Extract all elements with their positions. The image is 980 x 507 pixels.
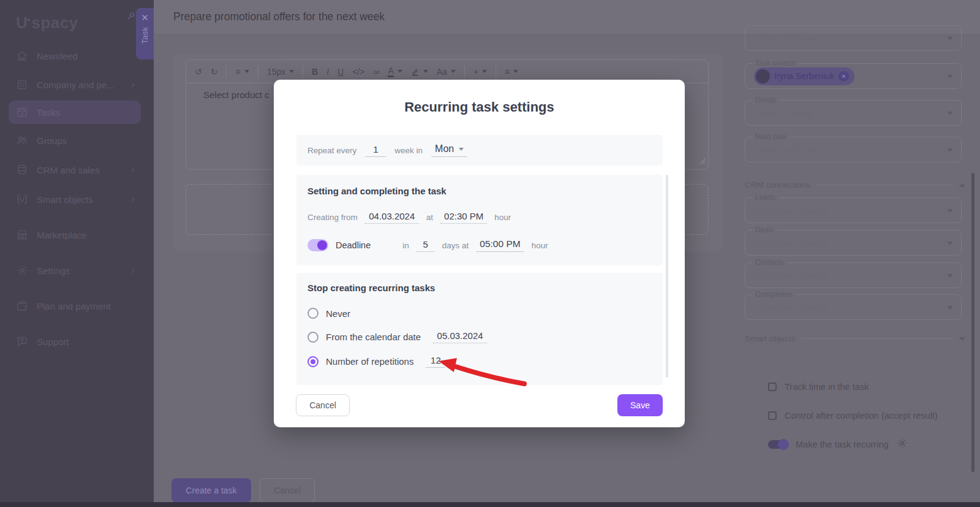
sidebar-item-plan-payment[interactable]: Plan and payment [9, 294, 141, 318]
sidebar-item-company[interactable]: Company and pe... › [9, 73, 141, 96]
smart-objects-header[interactable]: Smart objects [745, 334, 965, 343]
create-task-button[interactable]: Create a task [172, 478, 251, 503]
sidebar-item-settings[interactable]: Settings › [9, 259, 141, 282]
close-icon[interactable]: ✕ [141, 13, 149, 22]
section-title: CRM connections [745, 180, 810, 189]
repetitions-count-input[interactable]: 12 [426, 355, 445, 368]
deals-select[interactable]: Deals Select an element [745, 230, 962, 256]
redo-icon[interactable]: ↻ [211, 67, 218, 77]
chip-remove-icon[interactable]: ✕ [839, 71, 849, 82]
deadline-time-input[interactable]: 05:00 PM [476, 238, 524, 252]
sidebar-item-label: Marketplace [37, 230, 135, 240]
observers-select[interactable]: Select observers [745, 25, 962, 51]
code-icon[interactable]: </> [352, 67, 364, 77]
main-task-select[interactable]: Main task Select main task [745, 137, 962, 162]
sidebar-item-label: Settings [37, 265, 123, 276]
underline-icon[interactable]: U [337, 67, 344, 77]
align-left-icon[interactable]: ≡ [235, 67, 249, 77]
start-time-input[interactable]: 02:30 PM [440, 211, 487, 224]
sidebar-item-tasks[interactable]: Tasks [9, 101, 141, 124]
insert-plus-icon[interactable]: + [473, 67, 487, 77]
sidebar-item-crm[interactable]: CRM and sales › [9, 158, 141, 181]
stop-option-repetitions[interactable]: Number of repetitions 12 [307, 355, 652, 368]
companies-select[interactable]: Companies Select an element [745, 294, 962, 320]
link-icon[interactable]: ∞ [373, 67, 379, 77]
chip-name: Iryna Serbeniuk [774, 71, 834, 81]
leads-select[interactable]: Leads Select an element [745, 197, 962, 223]
stop-date-input[interactable]: 05.03.2024 [433, 330, 487, 343]
chevron-down-icon [947, 148, 953, 152]
group-placeholder: Select a group [754, 108, 813, 118]
start-date-input[interactable]: 04.03.2024 [365, 211, 419, 224]
tasks-icon [16, 106, 28, 118]
checkbox-unchecked-icon[interactable] [768, 383, 777, 391]
crm-connections-header[interactable]: CRM connections [745, 180, 965, 189]
company-icon [16, 78, 28, 91]
resize-handle-icon[interactable] [699, 156, 706, 167]
highlight-color-icon[interactable] [411, 67, 428, 76]
make-task-recurring-option[interactable]: Make the task recurring [768, 438, 908, 451]
groups-icon [16, 134, 28, 147]
modal-cancel-button[interactable]: Cancel [296, 394, 350, 416]
toolbar-divider [303, 66, 303, 78]
weekday-select[interactable]: Mon [431, 143, 467, 157]
modal-scrollbar[interactable] [666, 175, 668, 378]
deadline-toggle-on[interactable] [307, 239, 328, 251]
sidebar-item-support[interactable]: Support [9, 330, 141, 353]
home-icon [16, 50, 28, 62]
undo-icon[interactable]: ↺ [195, 67, 202, 77]
hour-label: hour [494, 213, 511, 222]
chevron-down-icon [947, 306, 953, 310]
field-label: Contacts [752, 258, 787, 267]
bottom-edge-strip [0, 502, 980, 507]
sidebar-item-label: Plan and payment [37, 301, 135, 311]
checkbox-unchecked-icon[interactable] [768, 411, 777, 420]
contacts-select[interactable]: Contacts Select an element [745, 262, 962, 288]
at-label: at [426, 213, 433, 222]
deadline-label: Deadline [336, 240, 371, 250]
task-creator-select[interactable]: Task creator Iryna Serbeniuk ✕ [745, 63, 962, 89]
panel-scrollbar[interactable] [971, 173, 974, 472]
group-select[interactable]: Group Select a group [745, 100, 962, 126]
modal-save-button[interactable]: Save [617, 394, 663, 416]
pin-sidebar-icon[interactable] [126, 11, 136, 24]
radio-unselected-icon[interactable] [307, 308, 318, 319]
toolbar-divider [496, 66, 496, 78]
avatar [756, 69, 770, 83]
hour-label: hour [532, 241, 548, 250]
radio-selected-icon[interactable] [307, 356, 318, 367]
font-color-icon[interactable]: A [388, 66, 402, 77]
modal-title: Recurring task settings [274, 99, 685, 115]
left-sidebar: U●spacy Newsfeed Company and pe... › Tas… [0, 0, 154, 502]
recurring-settings-gear-icon[interactable] [897, 438, 908, 451]
sidebar-item-label: Newsfeed [37, 51, 135, 61]
chevron-up-icon [959, 183, 965, 187]
repeat-interval-input[interactable]: 1 [365, 144, 386, 157]
gear-icon [16, 264, 28, 276]
italic-icon[interactable]: I [326, 67, 329, 77]
deadline-days-input[interactable]: 5 [417, 239, 435, 252]
stop-option-never[interactable]: Never [307, 308, 652, 319]
stop-option-calendar-date[interactable]: From the calendar date 05.03.2024 [307, 330, 652, 343]
uspacy-logo[interactable]: U●spacy [16, 13, 78, 32]
bold-icon[interactable]: B [312, 67, 318, 77]
repeat-rule-row: Repeat every 1 week in Mon [296, 135, 663, 166]
font-size-select[interactable]: 15px [267, 67, 294, 77]
form-cancel-button[interactable]: Cancel [260, 478, 315, 503]
days-at-label: days at [442, 241, 469, 250]
font-size-value: 15px [267, 67, 285, 77]
recurring-toggle-on[interactable] [768, 440, 788, 449]
task-creator-chip[interactable]: Iryna Serbeniuk ✕ [754, 67, 854, 85]
sidebar-item-smart-objects[interactable]: Smart objects › [9, 188, 141, 211]
sidebar-item-newsfeed[interactable]: Newsfeed [9, 44, 141, 67]
radio-unselected-icon[interactable] [307, 332, 318, 343]
sidebar-item-marketplace[interactable]: Marketplace [9, 223, 141, 246]
sidebar-item-groups[interactable]: Groups [9, 129, 141, 152]
track-time-option[interactable]: Track time in the task [768, 382, 869, 392]
task-side-tab[interactable]: ✕ Task [136, 8, 154, 59]
align-justify-icon[interactable]: ≡ [505, 67, 518, 77]
text-style-icon[interactable]: Aa [437, 67, 456, 77]
week-in-label: week in [394, 146, 423, 155]
editor-body-text[interactable]: Select product c [203, 90, 270, 100]
control-after-completion-option[interactable]: Control after completion (accept result) [768, 411, 938, 421]
